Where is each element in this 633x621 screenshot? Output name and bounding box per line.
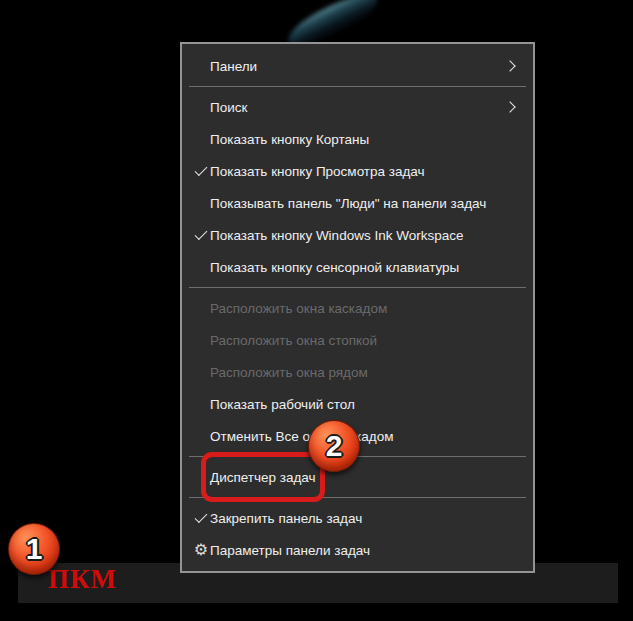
menu-item-label: Показать кнопку Windows Ink Workspace [210,228,463,243]
step-2-badge-number: 2 [326,431,343,461]
menu-item-label: Расположить окна рядом [210,365,368,380]
menu-item-label: Параметры панели задач [210,543,370,558]
menu-item-show-cortana-button[interactable]: Показать кнопку Кортаны [182,123,533,155]
menu-item-label: Показать рабочий стол [210,397,355,412]
menu-item-label: Показать кнопку сенсорной клавиатуры [210,260,459,275]
chevron-right-icon [504,101,515,112]
step-1-badge: 1 [8,523,60,575]
menu-item-label: Расположить окна стопкой [210,333,377,348]
menu-item-label: Закрепить панель задач [210,511,362,526]
menu-item-side-by-side-windows: Расположить окна рядом [182,356,533,388]
menu-item-show-touch-keyboard-button[interactable]: Показать кнопку сенсорной клавиатуры [182,251,533,283]
menu-item-show-task-view-button[interactable]: Показать кнопку Просмотра задач [182,155,533,187]
menu-item-label: Показать кнопку Кортаны [210,132,369,147]
check-icon [195,163,208,176]
gear-icon: ⚙ [194,542,208,558]
check-icon [195,510,208,523]
menu-item-show-people-bar[interactable]: Показывать панель "Люди" на панели задач [182,187,533,219]
menu-item-label: Показать кнопку Просмотра задач [210,164,425,179]
menu-item-label: Показывать панель "Люди" на панели задач [210,196,486,211]
menu-item-stack-windows: Расположить окна стопкой [182,324,533,356]
menu-separator [189,287,526,288]
check-icon [195,227,208,240]
menu-item-label: Расположить окна каскадом [210,301,387,316]
menu-item-search[interactable]: Поиск [182,91,533,123]
menu-item-taskbar-settings[interactable]: ⚙ Параметры панели задач [182,534,533,566]
menu-item-label: Поиск [210,100,247,115]
chevron-right-icon [504,60,515,71]
menu-item-show-windows-ink-workspace-button[interactable]: Показать кнопку Windows Ink Workspace [182,219,533,251]
menu-separator [189,497,526,498]
menu-separator [189,86,526,87]
step-2-badge: 2 [308,420,360,472]
menu-item-label: Отменить Все окна каскадом [210,429,393,444]
step-1-badge-number: 1 [26,534,43,564]
menu-item-label: Панели [210,59,257,74]
menu-item-cascade-windows: Расположить окна каскадом [182,292,533,324]
menu-item-lock-taskbar[interactable]: Закрепить панель задач [182,502,533,534]
taskbar-context-menu: Панели Поиск Показать кнопку Кортаны Пок… [180,42,535,573]
menu-item-task-manager[interactable]: Диспетчер задач [182,461,533,493]
menu-item-label: Диспетчер задач [210,470,316,485]
menu-item-show-desktop[interactable]: Показать рабочий стол [182,388,533,420]
pkm-label: ПКМ [48,564,117,595]
menu-item-toolbars[interactable]: Панели [182,50,533,82]
